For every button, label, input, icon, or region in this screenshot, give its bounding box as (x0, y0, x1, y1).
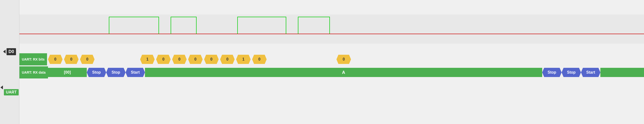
left-panel: D0 UART (0, 0, 20, 124)
signal-area (20, 14, 644, 44)
data-segment-stop-2: Stop (106, 68, 126, 77)
d0-box: D0 (6, 48, 16, 55)
data-segment-stop-4: Stop (562, 68, 581, 77)
bit-chip-10: 0 (252, 55, 266, 64)
uart-arrow-icon (0, 86, 3, 89)
bit-chip-11: 0 (336, 55, 351, 64)
data-segment-trailing (600, 68, 644, 77)
bit-chip-2: 0 (80, 55, 94, 64)
bit-chip-3: 1 (140, 55, 155, 64)
data-segment-stop-3: Stop (542, 68, 562, 77)
uart-rx-bits-label: UART: RX bits (20, 53, 47, 66)
d0-label: D0 (3, 48, 16, 55)
bit-chip-9: 1 (236, 55, 250, 64)
data-segment-start-1: Start (126, 68, 145, 77)
bit-chip-6: 0 (188, 55, 203, 64)
bit-chip-7: 0 (204, 55, 219, 64)
main-content: UART: RX bits 0 0 0 1 0 0 0 0 0 1 0 0 UA… (20, 0, 644, 124)
uart-rows: UART: RX bits 0 0 0 1 0 0 0 0 0 1 0 0 UA… (20, 53, 644, 78)
bit-chip-5: 0 (172, 55, 187, 64)
uart-bits-row: UART: RX bits 0 0 0 1 0 0 0 0 0 1 0 0 (20, 53, 644, 66)
uart-rx-data-label: UART: RX data (20, 66, 48, 78)
data-segment-a: A (145, 68, 542, 77)
d0-arrow-icon (3, 50, 6, 54)
bit-chip-4: 0 (156, 55, 171, 64)
bit-chip-1: 0 (64, 55, 78, 64)
uart-data-row: UART: RX data [00] Stop Stop Start A Sto… (20, 66, 644, 78)
bit-chip-0: 0 (48, 55, 62, 64)
uart-label: UART (4, 89, 18, 96)
bit-chip-8: 0 (220, 55, 234, 64)
data-segment-00: [00] (48, 68, 87, 77)
data-segment-stop-1: Stop (87, 68, 106, 77)
data-segment-start-2: Start (581, 68, 600, 77)
waveform-svg (20, 14, 644, 39)
